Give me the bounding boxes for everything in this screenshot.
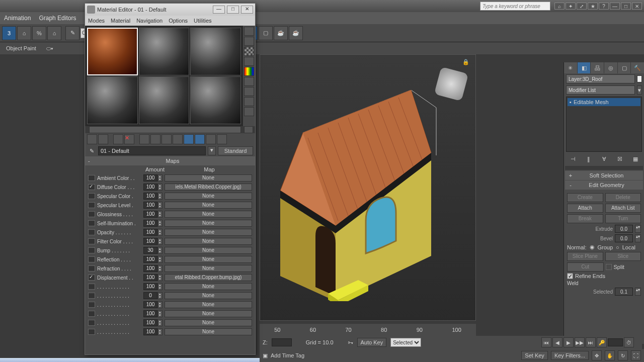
add-time-tag-button[interactable]: Add Time Tag	[271, 352, 304, 358]
spinner-arrows[interactable]: ▴▾	[157, 283, 163, 290]
sample-scrollbar[interactable]	[89, 126, 241, 133]
angle-snap-button[interactable]: ⌂	[17, 26, 31, 40]
object-paint-icon[interactable]: ⬭▾	[46, 45, 53, 52]
search-icon[interactable]: ⌕	[554, 3, 565, 10]
map-enable-checkbox[interactable]	[88, 238, 95, 244]
slice-plane-button[interactable]: Slice Plane	[567, 252, 603, 261]
map-slot-button[interactable]: None	[165, 301, 252, 308]
reset-map-icon[interactable]: ✕	[124, 134, 134, 144]
map-slot-button[interactable]: None	[165, 193, 252, 200]
map-enable-checkbox[interactable]	[88, 329, 95, 335]
spinner-arrows[interactable]: ▴▾	[635, 225, 641, 233]
time-config-button[interactable]: ⏱	[624, 337, 634, 347]
modifier-stack[interactable]: ▪Editable Mesh	[566, 97, 642, 152]
map-enable-checkbox[interactable]	[88, 175, 95, 181]
map-enable-checkbox[interactable]	[88, 247, 95, 253]
map-slot-button[interactable]: None	[165, 292, 252, 299]
object-color-swatch[interactable]	[637, 75, 642, 82]
key-mode-toggle[interactable]: 🔑	[597, 337, 607, 347]
map-enable-checkbox[interactable]	[88, 320, 95, 326]
key-filters-button[interactable]: Key Filters...	[551, 351, 589, 360]
put-to-scene-icon[interactable]	[98, 134, 108, 144]
map-amount-spinner[interactable]: 100	[143, 211, 157, 218]
viewport-scene[interactable]: 🔒	[260, 55, 475, 320]
material-editor-titlebar[interactable]: Material Editor - 01 - Default — □ ✕	[85, 4, 255, 16]
spinner-arrows[interactable]: ▴▾	[157, 220, 163, 227]
motion-tab[interactable]: ◎	[604, 62, 617, 73]
prev-frame-button[interactable]: ◀	[552, 337, 562, 347]
modifier-list-combo[interactable]	[566, 85, 635, 95]
show-end-result-icon[interactable]	[195, 134, 205, 144]
spinner-arrows[interactable]: ▴▾	[157, 292, 163, 299]
menu-graph-editors[interactable]: Graph Editors	[39, 15, 76, 22]
map-amount-spinner[interactable]: 0	[143, 292, 157, 299]
minimize-button[interactable]: —	[610, 3, 620, 10]
map-slot-button[interactable]: None	[165, 174, 252, 182]
modifier-stack-item[interactable]: ▪Editable Mesh	[568, 98, 640, 106]
maps-rollout-header[interactable]: -Maps	[85, 156, 255, 165]
sample-slot[interactable]	[139, 76, 190, 124]
menu-utilities[interactable]: Utilities	[194, 18, 211, 24]
utilities-tab[interactable]: 🔨	[631, 62, 644, 73]
make-preview-icon[interactable]	[244, 77, 254, 86]
map-enable-checkbox[interactable]	[88, 229, 95, 235]
lock-icon[interactable]: 🔒	[462, 59, 469, 65]
background-icon[interactable]	[244, 47, 254, 56]
map-amount-spinner[interactable]: 30	[143, 247, 157, 254]
spinner-arrows[interactable]: ▴▾	[157, 256, 163, 263]
map-amount-spinner[interactable]: 100	[143, 193, 157, 200]
windows-taskbar[interactable]	[0, 358, 260, 362]
viewport-nav-icon[interactable]: ✥	[592, 350, 602, 360]
map-amount-spinner[interactable]: 100	[143, 202, 157, 209]
maximize-button[interactable]: □	[621, 3, 631, 10]
tool-icon[interactable]: ★	[588, 3, 598, 10]
spinner-arrows[interactable]: ▴▾	[157, 301, 163, 308]
map-enable-checkbox[interactable]	[88, 184, 95, 190]
slice-button[interactable]: Slice	[605, 252, 641, 261]
material-name-combo[interactable]	[98, 146, 206, 155]
edit-selection-button[interactable]: ✎	[65, 26, 79, 40]
map-amount-spinner[interactable]: 100	[143, 174, 157, 182]
help-search-input[interactable]	[480, 2, 550, 11]
goto-start-button[interactable]: ⏮	[541, 337, 551, 347]
map-amount-spinner[interactable]: 100	[143, 274, 157, 281]
material-name-dropdown[interactable]: ▾	[208, 146, 216, 155]
map-enable-checkbox[interactable]	[88, 275, 95, 281]
map-slot-button[interactable]: None	[165, 202, 252, 209]
make-unique-icon[interactable]: ∀	[600, 155, 609, 163]
close-button[interactable]: ✕	[241, 6, 253, 14]
soft-selection-rollout-header[interactable]: +Soft Selection	[565, 171, 643, 180]
delete-button[interactable]: Delete	[605, 193, 641, 202]
break-button[interactable]: Break	[567, 214, 603, 223]
spinner-arrows[interactable]: ▴▾	[157, 229, 163, 236]
percent-snap-button[interactable]: %	[32, 26, 46, 40]
render-production-button[interactable]: ☕	[289, 26, 303, 40]
material-id-icon[interactable]	[173, 134, 183, 144]
snap-toggle-button[interactable]: 3	[2, 26, 16, 40]
spinner-arrows[interactable]: ▴▾	[157, 310, 163, 317]
remove-modifier-icon[interactable]: ☒	[615, 155, 624, 163]
map-enable-checkbox[interactable]	[88, 256, 95, 262]
map-slot-button[interactable]: None	[165, 256, 252, 263]
close-button[interactable]: ✕	[632, 3, 642, 10]
map-amount-spinner[interactable]: 100	[143, 319, 157, 326]
map-amount-spinner[interactable]: 100	[143, 265, 157, 272]
tool-icon[interactable]: ✦	[566, 3, 576, 10]
spinner-arrows[interactable]: ▴▾	[157, 328, 163, 335]
spinner-arrows[interactable]: ▴▾	[157, 184, 163, 191]
lock-selection-icon[interactable]: 🗝	[348, 339, 353, 345]
sample-slot[interactable]	[190, 28, 241, 75]
maximize-button[interactable]: □	[227, 6, 239, 14]
pin-stack-icon[interactable]: ⊣	[569, 155, 578, 163]
sample-slot[interactable]	[190, 76, 241, 124]
go-to-parent-icon[interactable]	[206, 134, 216, 144]
spinner-arrows[interactable]: ▴▾	[157, 202, 163, 209]
display-tab[interactable]: ▢	[618, 62, 631, 73]
edit-geometry-rollout-header[interactable]: -Edit Geometry	[565, 180, 643, 190]
modify-tab[interactable]: ◧	[578, 62, 591, 73]
map-amount-spinner[interactable]: 100	[143, 229, 157, 236]
map-enable-checkbox[interactable]	[88, 302, 95, 308]
sample-slot[interactable]	[139, 28, 190, 75]
viewport-nav-icon[interactable]: ✋	[605, 350, 615, 360]
options-icon[interactable]	[244, 87, 254, 96]
